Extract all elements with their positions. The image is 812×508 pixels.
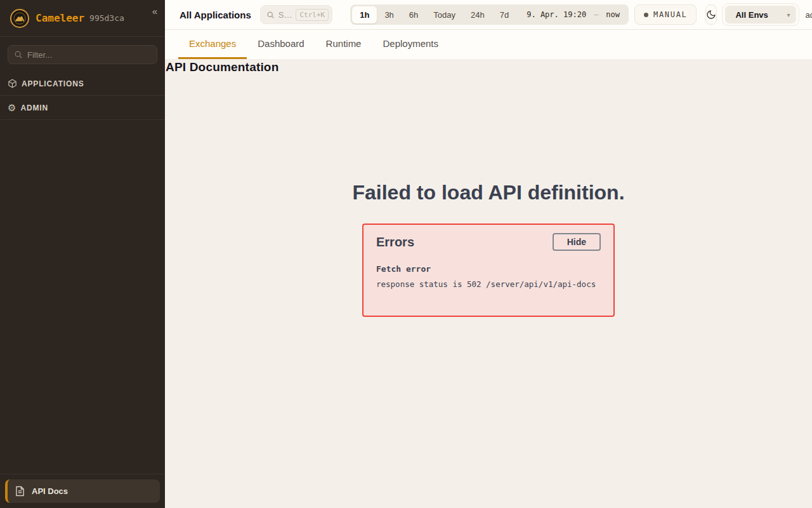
refresh-mode-button[interactable]: MANUAL	[634, 4, 697, 25]
time-range-7d[interactable]: 7d	[492, 6, 516, 23]
time-to-value[interactable]: now	[606, 10, 620, 19]
moon-icon	[706, 10, 716, 20]
sidebar: Cameleer 995d3ca « APPLICATIONS ⚙ ADMIN …	[0, 0, 165, 508]
sidebar-collapse-icon[interactable]: «	[152, 6, 157, 16]
errors-panel-header: Errors Hide	[376, 233, 601, 251]
tab-runtime[interactable]: Runtime	[315, 30, 372, 59]
load-error-heading: Failed to load API definition.	[165, 181, 812, 204]
time-from-value[interactable]: 9. Apr. 19:20	[527, 10, 586, 19]
topbar: All Applications S… Ctrl+K 1h 3h 6h Toda…	[165, 0, 812, 30]
status-dot-icon	[644, 13, 648, 17]
time-separator: –	[594, 10, 598, 19]
content-area: API Documentation Failed to load API def…	[165, 59, 812, 508]
error-name: Fetch error	[376, 264, 601, 274]
error-message: response status is 502 /server/api/v1/ap…	[376, 279, 601, 289]
global-search[interactable]: S… Ctrl+K	[260, 5, 332, 24]
tab-dashboard[interactable]: Dashboard	[247, 30, 315, 59]
sidebar-spacer	[0, 120, 165, 474]
section-label: APPLICATIONS	[22, 79, 84, 88]
hide-errors-button[interactable]: Hide	[553, 233, 601, 251]
sidebar-section-applications[interactable]: APPLICATIONS	[0, 72, 165, 96]
gear-icon: ⚙	[8, 103, 16, 112]
env-selected-value: All Envs	[735, 10, 768, 20]
scope-title: All Applications	[180, 10, 251, 20]
sidebar-header: Cameleer 995d3ca «	[0, 0, 165, 37]
tab-deployments[interactable]: Deployments	[372, 30, 449, 59]
tab-exchanges[interactable]: Exchanges	[178, 30, 247, 59]
build-hash: 995d3ca	[89, 13, 124, 23]
cube-icon	[8, 79, 17, 88]
user-name: adm	[805, 10, 812, 20]
time-range-3h[interactable]: 3h	[377, 6, 401, 23]
search-shortcut-badge: Ctrl+K	[296, 9, 329, 21]
chevron-down-icon: ▾	[787, 11, 790, 18]
page-title: API Documentation	[165, 59, 812, 74]
tabbar: Exchanges Dashboard Runtime Deployments	[165, 30, 812, 59]
errors-panel-title: Errors	[376, 235, 414, 250]
search-icon	[14, 50, 23, 59]
sidebar-footer: API Docs	[0, 474, 165, 508]
sidebar-item-label: API Docs	[32, 486, 68, 496]
document-icon	[15, 486, 25, 497]
time-range-today[interactable]: Today	[426, 6, 463, 23]
env-select-wrapper: All Envs ▾	[722, 3, 799, 26]
main-column: All Applications S… Ctrl+K 1h 3h 6h Toda…	[165, 0, 812, 508]
brand-name: Cameleer	[36, 12, 84, 24]
filter-input[interactable]	[8, 45, 157, 64]
cameleer-logo-icon	[10, 9, 29, 28]
time-range-24h[interactable]: 24h	[463, 6, 492, 23]
env-select[interactable]: All Envs ▾	[725, 6, 796, 23]
sidebar-filter	[8, 45, 157, 64]
dark-mode-toggle[interactable]	[705, 4, 717, 25]
search-placeholder: S…	[278, 10, 292, 20]
errors-panel: Errors Hide Fetch error response status …	[362, 224, 615, 317]
time-range-1h[interactable]: 1h	[352, 6, 377, 23]
search-icon	[266, 11, 275, 19]
sidebar-item-api-docs[interactable]: API Docs	[5, 479, 160, 503]
app-window: Cameleer 995d3ca « APPLICATIONS ⚙ ADMIN …	[0, 0, 812, 508]
time-range-6h[interactable]: 6h	[402, 6, 426, 23]
time-range-selector: 1h 3h 6h Today 24h 7d 9. Apr. 19:20 – no…	[350, 4, 629, 25]
sidebar-section-admin[interactable]: ⚙ ADMIN	[0, 96, 165, 120]
section-label: ADMIN	[20, 104, 48, 112]
refresh-mode-label: MANUAL	[653, 10, 687, 19]
